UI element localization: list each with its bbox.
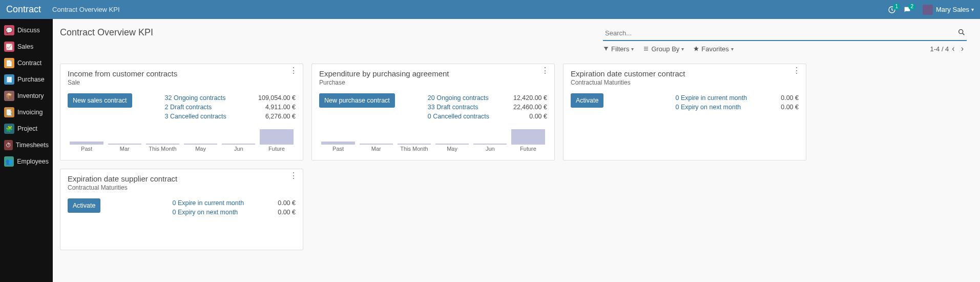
card-subtitle: Contractual Maturities: [68, 184, 296, 191]
stat-row: 0 Expire in current month0.00 €: [172, 198, 296, 208]
groupby-button[interactable]: Group By▾: [643, 45, 684, 53]
stat-amount: 0.00 €: [529, 112, 547, 121]
stat-link[interactable]: 0 Cancelled contracts: [428, 112, 489, 121]
chart-label: This Month: [149, 146, 176, 152]
groupby-label: Group By: [651, 45, 679, 53]
chart-col: Past: [68, 142, 106, 152]
topbar: Contract Contract Overview KPI 1 2 Mary …: [0, 0, 980, 19]
bar-chart: PastMarThis MonthMayJunFuture: [68, 126, 296, 152]
stat-amount: 0.00 €: [278, 208, 296, 217]
card-subtitle: Purchase: [319, 79, 547, 86]
stat-row: 0 Expiry on next month0.00 €: [675, 103, 799, 112]
stat-link[interactable]: 3 Cancelled contracts: [165, 112, 226, 121]
chart-label: Future: [520, 146, 536, 152]
invoicing-icon: 📑: [4, 107, 14, 117]
stat-amount: 6,276.00 €: [265, 112, 296, 121]
timesheets-icon: ⏱: [4, 140, 13, 150]
chart-col: May: [182, 144, 220, 152]
stat-link[interactable]: 0 Expire in current month: [675, 93, 747, 103]
card-expiration-customer: ⋮ Expiration date customer contract Cont…: [563, 64, 806, 160]
stat-row: 0 Expire in current month0.00 €: [675, 93, 799, 103]
activity-icon[interactable]: 1: [888, 6, 896, 14]
purchase-icon: 🧾: [4, 74, 14, 85]
sidebar-item-purchase[interactable]: 🧾Purchase: [0, 71, 53, 88]
sidebar-item-sales[interactable]: 📈Sales: [0, 38, 53, 55]
pager-prev[interactable]: ‹: [949, 44, 957, 53]
stat-amount: 0.00 €: [781, 103, 799, 112]
stat-link[interactable]: 33 Draft contracts: [428, 103, 478, 112]
card-menu-icon[interactable]: ⋮: [793, 68, 801, 73]
stat-row: 32 Ongoing contracts109,054.00 €: [165, 93, 296, 103]
card-menu-icon[interactable]: ⋮: [541, 68, 549, 73]
project-icon: 🧩: [4, 124, 14, 134]
favorites-button[interactable]: Favorites▾: [693, 45, 733, 53]
card-subtitle: Sale: [68, 79, 296, 86]
card-income: ⋮ Income from customer contracts Sale Ne…: [60, 64, 303, 160]
chart-label: Future: [268, 146, 285, 152]
bar-chart: PastMarThis MonthMayJunFuture: [319, 126, 547, 152]
stat-link[interactable]: 0 Expire in current month: [172, 198, 244, 208]
stat-link[interactable]: 0 Expiry on next month: [675, 103, 741, 112]
chart-col: Mar: [106, 144, 143, 152]
sidebar-item-employees[interactable]: 👥Employees: [0, 153, 53, 170]
stat-row: 0 Cancelled contracts0.00 €: [428, 112, 547, 121]
chart-label: May: [195, 146, 206, 152]
avatar: [923, 5, 933, 15]
stat-link[interactable]: 0 Expiry on next month: [172, 208, 238, 217]
stat-row: 33 Draft contracts22,460.00 €: [428, 103, 547, 112]
user-name: Mary Sales: [936, 6, 969, 13]
chart-col: This Month: [143, 144, 181, 152]
chart-bar: [184, 144, 217, 145]
chart-bar: [321, 142, 355, 145]
chart-bar: [70, 142, 103, 145]
stat-amount: 0.00 €: [278, 198, 296, 208]
filters-label: Filters: [611, 45, 629, 53]
sidebar-item-discuss[interactable]: 💬Discuss: [0, 22, 53, 38]
chart-bar: [511, 129, 545, 145]
app-brand[interactable]: Contract: [6, 4, 52, 15]
card-title: Income from customer contracts: [68, 69, 296, 78]
sidebar-item-timesheets[interactable]: ⏱Timesheets: [0, 137, 53, 153]
stat-link[interactable]: 32 Ongoing contracts: [165, 93, 226, 103]
chart-bar: [260, 129, 293, 145]
sidebar-item-label: Purchase: [17, 76, 45, 83]
sidebar-item-project[interactable]: 🧩Project: [0, 120, 53, 137]
chart-label: Jun: [486, 146, 495, 152]
stat-link[interactable]: 2 Draft contracts: [165, 103, 212, 112]
chart-bar: [222, 144, 255, 145]
chart-col: This Month: [395, 144, 433, 152]
sidebar-item-label: Sales: [17, 43, 33, 50]
messages-icon[interactable]: 2: [903, 6, 911, 14]
search-icon[interactable]: [957, 28, 966, 36]
chart-col: May: [433, 144, 471, 152]
chart-bar: [473, 144, 507, 145]
card-menu-icon[interactable]: ⋮: [289, 68, 298, 73]
activate-button[interactable]: Activate: [571, 93, 603, 108]
breadcrumb[interactable]: Contract Overview KPI: [52, 6, 120, 13]
sidebar-item-inventory[interactable]: 📦Inventory: [0, 88, 53, 104]
card-menu-icon[interactable]: ⋮: [289, 173, 298, 178]
filters-button[interactable]: Filters▾: [603, 45, 634, 53]
chart-label: Past: [332, 146, 344, 152]
activate-button[interactable]: Activate: [68, 198, 100, 213]
user-menu[interactable]: Mary Sales ▾: [923, 5, 974, 15]
stat-amount: 4,911.00 €: [265, 103, 296, 112]
sidebar-item-invoicing[interactable]: 📑Invoicing: [0, 104, 53, 120]
stat-amount: 12,420.00 €: [513, 93, 547, 103]
new-purchase-contract-button[interactable]: New purchase contract: [319, 93, 395, 108]
chart-bar: [146, 144, 179, 145]
chart-col: Future: [258, 129, 296, 152]
stat-link[interactable]: 20 Ongoing contracts: [428, 93, 489, 103]
chart-col: Future: [509, 129, 547, 152]
stat-amount: 22,460.00 €: [513, 103, 547, 112]
chart-bar: [398, 144, 431, 145]
search-input[interactable]: [603, 26, 967, 41]
sidebar-item-label: Project: [17, 125, 37, 132]
new-sales-contract-button[interactable]: New sales contract: [68, 93, 132, 108]
sidebar-item-contract[interactable]: 📄Contract: [0, 55, 53, 71]
chart-col: Jun: [471, 144, 509, 152]
page-title: Contract Overview KPI: [60, 26, 153, 38]
chart-col: Past: [319, 142, 357, 152]
pager-next[interactable]: ›: [958, 44, 967, 53]
card-expenditure: ⋮ Expenditure by purchasing agreement Pu…: [311, 64, 555, 160]
